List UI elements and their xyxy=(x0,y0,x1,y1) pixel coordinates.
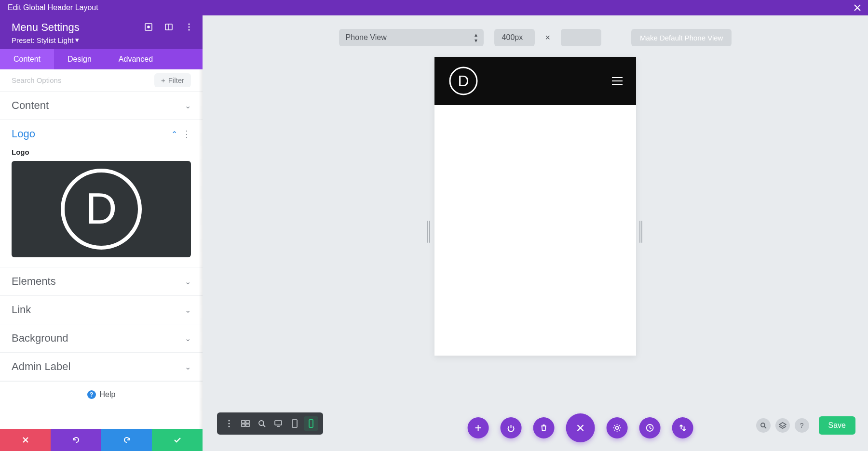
trash-button[interactable] xyxy=(533,417,555,438)
section-content: Content ⌄ xyxy=(0,92,203,120)
redo-icon xyxy=(122,436,131,444)
select-caret-icon: ▴▾ xyxy=(475,32,477,43)
section-more-icon[interactable]: ⋮ xyxy=(182,130,191,138)
view-select[interactable]: Phone View ▴▾ xyxy=(339,29,484,46)
settings-panel[interactable]: Search Options + Filter Content ⌄ Logo ⌃… xyxy=(0,69,203,429)
save-button[interactable]: Save xyxy=(819,416,855,435)
filter-label: Filter xyxy=(168,76,184,84)
builder-action-bar xyxy=(468,413,693,442)
width-input[interactable]: 400px xyxy=(494,29,535,46)
sidebar-header: Menu Settings Preset: Stylist Light ▾ xyxy=(0,15,203,49)
plus-icon xyxy=(475,424,482,432)
chevron-down-icon: ⌄ xyxy=(185,305,191,315)
help-icon: ? xyxy=(87,390,96,399)
undo-button[interactable] xyxy=(51,429,101,451)
section-elements: Elements ⌄ xyxy=(0,267,203,296)
desktop-view-button[interactable] xyxy=(271,416,285,431)
power-icon xyxy=(507,424,515,432)
section-logo-title: Logo xyxy=(12,128,35,140)
undo-icon xyxy=(72,436,81,444)
dimension-separator: × xyxy=(545,33,551,43)
search-icon xyxy=(760,422,767,429)
svg-point-13 xyxy=(228,425,230,427)
filter-button[interactable]: + Filter xyxy=(154,73,191,87)
cancel-button[interactable] xyxy=(0,429,51,451)
tab-design[interactable]: Design xyxy=(54,49,105,69)
section-background-header[interactable]: Background ⌄ xyxy=(0,324,203,352)
tablet-icon xyxy=(291,419,298,428)
transfer-icon xyxy=(679,424,687,432)
height-input[interactable] xyxy=(561,29,601,46)
make-default-button[interactable]: Make Default Phone View xyxy=(631,29,732,46)
confirm-button[interactable] xyxy=(152,429,203,451)
section-background-title: Background xyxy=(12,332,68,345)
section-link-title: Link xyxy=(12,304,31,316)
canvas-topbar: Phone View ▴▾ 400px × Make Default Phone… xyxy=(203,15,868,57)
make-default-label: Make Default Phone View xyxy=(640,34,723,42)
logo-image: D xyxy=(58,166,145,252)
layers-button[interactable] xyxy=(775,418,790,433)
add-button[interactable] xyxy=(468,417,489,438)
resize-handle-right[interactable] xyxy=(639,221,643,243)
section-content-header[interactable]: Content ⌄ xyxy=(0,92,203,119)
header-icon-group xyxy=(144,22,194,32)
more-icon[interactable] xyxy=(184,22,194,32)
columns-icon[interactable] xyxy=(164,22,174,32)
logo-preview[interactable]: D xyxy=(12,161,191,257)
search-input[interactable]: Search Options xyxy=(12,76,61,84)
zoom-button[interactable] xyxy=(255,416,269,431)
save-label: Save xyxy=(828,421,846,429)
help-row[interactable]: ? Help xyxy=(0,381,203,411)
toolbar-more-button[interactable] xyxy=(222,416,236,431)
phone-icon xyxy=(308,419,314,428)
section-elements-header[interactable]: Elements ⌄ xyxy=(0,267,203,295)
section-logo-header[interactable]: Logo ⌃ ⋮ xyxy=(0,120,203,148)
svg-rect-15 xyxy=(246,421,249,423)
device-preview: D xyxy=(434,57,636,356)
tablet-view-button[interactable] xyxy=(287,416,302,431)
preset-selector[interactable]: Preset: Stylist Light ▾ xyxy=(12,36,191,44)
history-button[interactable] xyxy=(639,417,661,438)
section-admin-label-header[interactable]: Admin Label ⌄ xyxy=(0,353,203,381)
close-button[interactable] xyxy=(853,3,862,13)
tab-content[interactable]: Content xyxy=(0,49,54,69)
search-circle-button[interactable] xyxy=(756,418,771,433)
hamburger-icon-bar xyxy=(612,84,623,85)
resize-handle-left[interactable] xyxy=(427,221,431,243)
view-select-value: Phone View xyxy=(346,33,387,42)
help-circle-button[interactable]: ? xyxy=(795,418,809,433)
svg-point-1 xyxy=(148,26,149,28)
preset-label: Preset: Stylist Light xyxy=(12,36,73,44)
tab-advanced[interactable]: Advanced xyxy=(105,49,166,69)
redo-button[interactable] xyxy=(101,429,152,451)
svg-rect-22 xyxy=(292,420,297,427)
svg-point-4 xyxy=(188,23,190,25)
hamburger-icon-bar xyxy=(612,77,623,78)
caret-down-icon: ▾ xyxy=(75,36,79,44)
canvas: Phone View ▴▾ 400px × Make Default Phone… xyxy=(203,15,868,451)
wireframe-icon xyxy=(241,420,250,427)
settings-button[interactable] xyxy=(607,417,628,438)
zoom-icon xyxy=(258,420,266,427)
phone-view-button[interactable] xyxy=(304,416,318,431)
hamburger-menu-button[interactable] xyxy=(612,77,623,85)
power-button[interactable] xyxy=(501,417,522,438)
view-toolbar xyxy=(217,412,323,435)
section-admin-label: Admin Label ⌄ xyxy=(0,353,203,381)
svg-text:D: D xyxy=(458,72,469,90)
svg-point-11 xyxy=(228,420,230,421)
wireframe-view-button[interactable] xyxy=(238,416,253,431)
responsive-icon[interactable] xyxy=(144,22,153,32)
sidebar-footer xyxy=(0,429,203,451)
search-row: Search Options + Filter xyxy=(0,69,203,92)
more-icon xyxy=(228,420,230,427)
chevron-down-icon: ⌄ xyxy=(185,362,191,371)
close-builder-button[interactable] xyxy=(566,413,595,442)
chevron-down-icon: ⌄ xyxy=(185,334,191,343)
svg-text:D: D xyxy=(86,185,117,233)
close-icon xyxy=(854,4,861,11)
section-link-header[interactable]: Link ⌄ xyxy=(0,296,203,324)
svg-line-19 xyxy=(263,425,265,427)
layers-icon xyxy=(779,422,787,429)
portability-button[interactable] xyxy=(672,417,693,438)
